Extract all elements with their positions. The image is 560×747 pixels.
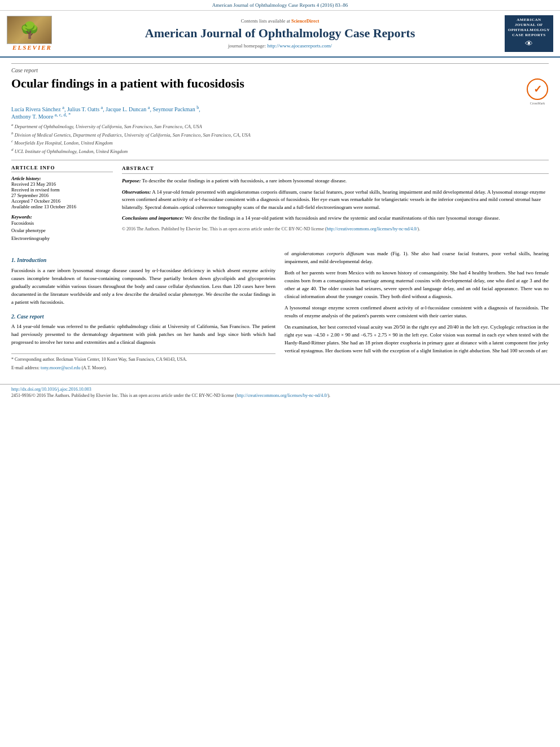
section1-paragraph: Fucosidosis is a rare inborn lysosomal s… xyxy=(11,267,275,307)
elsevier-wordmark: ELSEVIER xyxy=(7,44,58,51)
received-date: Received 23 May 2016 xyxy=(11,181,113,187)
right-para-2: Both of her parents were from Mexico wit… xyxy=(285,269,549,301)
body-left-column: 1. Introduction Fucosidosis is a rare in… xyxy=(11,250,275,373)
conclusions-text: We describe the findings in a 14 year-ol… xyxy=(185,215,500,221)
crossmark-badge[interactable]: ✓ CrossMark xyxy=(526,78,549,105)
right-para-1: of angiokeratomas corporis diffusum was … xyxy=(285,250,549,266)
elsevier-tree-image: 🌳 xyxy=(7,16,52,44)
section1-heading: 1. Introduction xyxy=(11,256,275,265)
right-para-4: On examination, her best corrected visua… xyxy=(285,324,549,355)
affiliation-d: d UCL Institute of Ophthalmology, London… xyxy=(11,147,549,155)
main-content: Case report Ocular findings in a patient… xyxy=(0,58,560,379)
article-type-label: Case report xyxy=(11,63,549,73)
article-info-heading: ARTICLE INFO xyxy=(11,165,113,172)
conclusions-label: Conclusions and importance: xyxy=(122,215,184,221)
cc-license-link[interactable]: http://creativecommons.org/licenses/by-n… xyxy=(326,226,417,231)
keyword-3: Electroretinography xyxy=(11,235,113,243)
keyword-1: Fucosidosis xyxy=(11,220,113,228)
bottom-bar: http://dx.doi.org/10.1016/j.ajoc.2016.10… xyxy=(0,384,560,400)
affiliation-c: c Moorfields Eye Hospital, London, Unite… xyxy=(11,138,549,147)
journal-main-title: American Journal of Ophthalmology Case R… xyxy=(58,26,502,41)
abstract-conclusions: Conclusions and importance: We describe … xyxy=(122,215,549,222)
journal-title-area: Contents lists available at ScienceDirec… xyxy=(58,18,502,49)
revised-date: Received in revised form27 September 201… xyxy=(11,187,113,198)
bottom-license-link[interactable]: http://creativecommons.org/licenses/by-n… xyxy=(237,393,327,398)
keywords-list: Fucosidosis Ocular phenotype Electroreti… xyxy=(11,220,113,243)
title-row: Ocular findings in a patient with fucosi… xyxy=(11,76,549,105)
issn-text: 2451-9936/© 2016 The Authors. Published … xyxy=(11,393,549,398)
purpose-text: To describe the ocular findings in a pat… xyxy=(142,178,347,184)
journal-badge: AMERICANJOURNAL OFOPHTHALMOLOGYCASE REPO… xyxy=(505,15,553,52)
observations-text: A 14 year-old female presented with angi… xyxy=(122,189,545,210)
email-link[interactable]: tony.moore@ucsf.edu xyxy=(41,365,80,370)
elsevier-logo-area: 🌳 ELSEVIER xyxy=(7,16,58,51)
keywords-section: Keywords: Fucosidosis Ocular phenotype E… xyxy=(11,214,113,243)
svg-text:✓: ✓ xyxy=(533,84,542,95)
footnote-email: E-mail address: tony.moore@ucsf.edu (A.T… xyxy=(11,365,275,372)
section2-paragraph: A 14 year-old female was referred to the… xyxy=(11,323,275,347)
body-right-column: of angiokeratomas corporis diffusum was … xyxy=(285,250,549,373)
observations-label: Observations: xyxy=(122,189,151,195)
keywords-label: Keywords: xyxy=(11,214,113,220)
online-date: Available online 13 October 2016 xyxy=(11,204,113,209)
sciencedirect-link[interactable]: ScienceDirect xyxy=(291,18,319,24)
sciencedirect-text: Contents lists available at ScienceDirec… xyxy=(58,18,502,24)
article-title: Ocular findings in a patient with fucosi… xyxy=(11,76,244,92)
abstract-heading: ABSTRACT xyxy=(122,165,549,174)
authors-list: Lucía Rivera Sánchez a, Julius T. Oatts … xyxy=(11,105,549,120)
history-label: Article history: xyxy=(11,176,113,181)
article-info: ARTICLE INFO Article history: Received 2… xyxy=(11,165,113,243)
abstract-section: ABSTRACT Purpose: To describe the ocular… xyxy=(122,165,549,243)
section2-heading: 2. Case report xyxy=(11,312,275,321)
affiliations: a Department of Ophthalmology, Universit… xyxy=(11,122,549,155)
keyword-2: Ocular phenotype xyxy=(11,227,113,235)
info-abstract-section: ARTICLE INFO Article history: Received 2… xyxy=(11,160,549,243)
copyright-text: © 2016 The Authors. Published by Elsevie… xyxy=(122,226,549,233)
journal-reference: American Journal of Ophthalmology Case R… xyxy=(0,0,560,11)
journal-homepage: journal homepage: http://www.ajocaserepo… xyxy=(58,43,502,49)
article-history: Article history: Received 23 May 2016 Re… xyxy=(11,176,113,209)
footnote-area: * Corresponding author. Beckman Vision C… xyxy=(11,353,275,372)
journal-header: 🌳 ELSEVIER Contents lists available at S… xyxy=(0,11,560,58)
purpose-label: Purpose: xyxy=(122,178,141,184)
accepted-date: Accepted 7 October 2016 xyxy=(11,198,113,204)
abstract-purpose: Purpose: To describe the ocular findings… xyxy=(122,177,549,185)
right-para-3: A lysosomal storage enzyme screen confir… xyxy=(285,304,549,320)
right-logo-area: AMERICANJOURNAL OFOPHTHALMOLOGYCASE REPO… xyxy=(502,15,553,52)
body-section: 1. Introduction Fucosidosis is a rare in… xyxy=(11,250,549,373)
doi-link[interactable]: http://dx.doi.org/10.1016/j.ajoc.2016.10… xyxy=(11,387,549,392)
affiliation-b: b Division of Medical Genetics, Departme… xyxy=(11,130,549,139)
footnote-corresponding: * Corresponding author. Beckman Vision C… xyxy=(11,356,275,363)
homepage-link[interactable]: http://www.ajocasereports.com/ xyxy=(268,43,332,49)
affiliation-a: a Department of Ophthalmology, Universit… xyxy=(11,122,549,130)
abstract-observations: Observations: A 14 year-old female prese… xyxy=(122,189,549,212)
